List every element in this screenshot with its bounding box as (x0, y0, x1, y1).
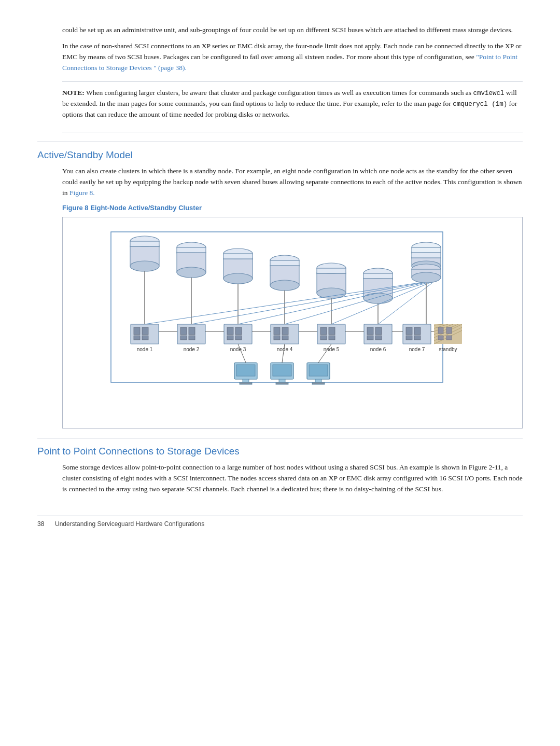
svg-text:node 1: node 1 (137, 347, 153, 352)
svg-rect-68 (235, 327, 242, 335)
svg-rect-82 (329, 336, 335, 340)
svg-rect-56 (142, 327, 148, 335)
svg-rect-112 (240, 382, 252, 384)
svg-text:node 6: node 6 (370, 347, 386, 352)
paragraph-2: In the case of non-shared SCSI connectio… (62, 41, 523, 74)
svg-rect-81 (320, 336, 327, 340)
svg-rect-0 (111, 232, 443, 382)
svg-rect-111 (243, 379, 249, 382)
svg-rect-85 (367, 327, 373, 335)
svg-rect-114 (273, 365, 291, 376)
svg-point-8 (177, 267, 206, 278)
svg-rect-20 (270, 260, 299, 266)
section2-paragraph: Some storage devices allow point-to-poin… (62, 462, 523, 495)
svg-rect-10 (177, 247, 206, 253)
footer-text: Understanding Serviceguard Hardware Conf… (55, 520, 204, 528)
svg-rect-116 (276, 382, 288, 384)
svg-text:node 5: node 5 (324, 347, 340, 352)
svg-text:node 7: node 7 (409, 347, 425, 352)
figure-caption: Figure 8 Eight-Node Active/Standby Clust… (62, 204, 523, 212)
svg-rect-57 (134, 336, 140, 340)
svg-rect-105 (446, 327, 452, 334)
intro-section: could be set up as an administrative uni… (37, 25, 523, 132)
svg-rect-106 (438, 336, 443, 340)
svg-rect-5 (130, 241, 159, 246)
paragraph-1: could be set up as an administrative uni… (62, 25, 523, 36)
cluster-diagram: node 1 node 2 node 3 (106, 227, 479, 419)
svg-rect-110 (236, 365, 255, 376)
section1-content: You can also create clusters in which th… (37, 166, 523, 429)
section-heading-1: Active/Standby Model (37, 149, 523, 161)
svg-rect-115 (279, 379, 285, 382)
svg-text:node 2: node 2 (184, 347, 200, 352)
svg-rect-67 (227, 327, 233, 335)
svg-rect-88 (375, 336, 382, 340)
page-number: 38 (37, 520, 50, 528)
svg-text:standby: standby (439, 347, 457, 352)
svg-rect-80 (329, 327, 335, 335)
svg-rect-55 (134, 327, 140, 335)
section2-content: Some storage devices allow point-to-poin… (37, 462, 523, 495)
svg-rect-118 (309, 365, 328, 376)
svg-rect-79 (320, 327, 327, 335)
svg-rect-75 (274, 336, 280, 340)
svg-rect-63 (180, 336, 187, 340)
section-heading-2: Point to Point Connections to Storage De… (37, 446, 523, 457)
svg-rect-58 (142, 336, 148, 340)
svg-rect-91 (406, 327, 412, 335)
svg-rect-76 (282, 336, 288, 340)
svg-point-23 (317, 288, 346, 298)
note-paragraph: NOTE: When configuring larger clusters, … (62, 88, 523, 121)
svg-point-28 (363, 293, 393, 303)
svg-rect-15 (223, 254, 253, 259)
svg-rect-64 (189, 336, 195, 340)
svg-rect-120 (312, 382, 325, 384)
svg-rect-107 (446, 336, 452, 340)
svg-rect-87 (367, 336, 373, 340)
svg-rect-35 (412, 253, 441, 258)
section-divider-1 (37, 142, 523, 142)
svg-rect-104 (438, 327, 443, 334)
svg-rect-86 (375, 327, 382, 335)
page: could be set up as an administrative uni… (0, 0, 560, 559)
svg-text:node 4: node 4 (277, 347, 293, 352)
note-block: NOTE: When configuring larger clusters, … (62, 81, 523, 133)
footer: 38 Understanding Serviceguard Hardware C… (37, 516, 523, 528)
svg-rect-69 (227, 336, 233, 340)
svg-rect-119 (315, 379, 321, 382)
note-code-1: cmviewcl (473, 90, 504, 97)
svg-rect-70 (235, 336, 242, 340)
svg-rect-25 (317, 268, 346, 273)
svg-rect-93 (406, 336, 412, 340)
svg-rect-73 (274, 327, 280, 335)
svg-rect-74 (282, 327, 288, 335)
svg-text:node 3: node 3 (230, 347, 246, 352)
svg-point-3 (130, 261, 159, 271)
section1-paragraph: You can also create clusters in which th… (62, 166, 523, 199)
svg-point-38 (412, 272, 441, 283)
svg-point-13 (223, 273, 253, 284)
figure8-link[interactable]: Figure 8. (69, 189, 95, 197)
note-label: NOTE: (62, 89, 85, 96)
svg-rect-94 (414, 336, 421, 340)
figure-diagram: node 1 node 2 node 3 (62, 217, 523, 429)
svg-rect-40 (412, 247, 441, 253)
svg-rect-92 (414, 327, 421, 335)
svg-rect-61 (180, 327, 187, 335)
note-code-2: cmquerycl (1m) (453, 101, 507, 108)
svg-point-18 (270, 280, 299, 291)
section-divider-2 (37, 438, 523, 438)
svg-rect-30 (363, 273, 393, 279)
svg-rect-62 (189, 327, 195, 335)
